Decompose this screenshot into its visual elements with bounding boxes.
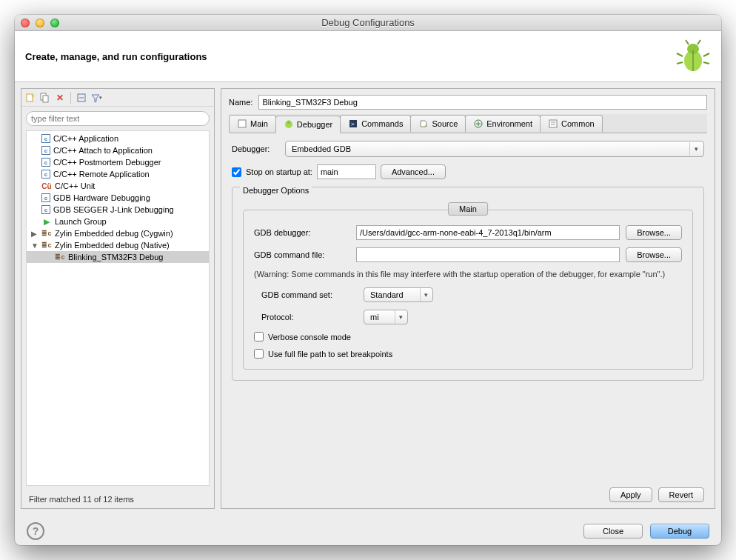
- stop-on-startup-label: Stop on startup at:: [246, 167, 312, 176]
- gdb-cmdfile-label: GDB command file:: [254, 250, 350, 259]
- gdb-cmdfile-browse-button[interactable]: Browse...: [626, 247, 682, 262]
- tab-common[interactable]: Common: [540, 115, 603, 132]
- debug-button[interactable]: Debug: [650, 524, 709, 539]
- tree-item-label: Launch Group: [55, 217, 107, 226]
- tree-item-label: C/C++ Remote Application: [53, 170, 150, 179]
- svg-line-8: [697, 40, 700, 44]
- tree-item-label: GDB SEGGER J-Link Debugging: [53, 205, 174, 214]
- fullpath-label: Use full file path to set breakpoints: [268, 350, 392, 359]
- name-label: Name:: [229, 98, 252, 107]
- dialog-header: Create, manage, and run configurations: [15, 31, 721, 82]
- svg-rect-21: [549, 120, 557, 127]
- tree-item-label: C/C++ Postmortem Debugger: [53, 158, 161, 167]
- help-icon[interactable]: ?: [27, 522, 44, 540]
- tree-item[interactable]: cC/C++ Remote Application: [27, 168, 209, 180]
- tab-debugger[interactable]: Debugger: [275, 116, 341, 133]
- gdb-debugger-input[interactable]: [356, 225, 620, 240]
- filter-input[interactable]: [26, 111, 210, 126]
- config-toolbar: + ✕ ▾: [21, 89, 214, 107]
- verbose-label: Verbose console mode: [268, 333, 351, 341]
- stop-on-startup-checkbox[interactable]: [232, 167, 241, 177]
- debugger-label: Debugger:: [232, 144, 279, 153]
- tree-item-label: Blinking_STM32F3 Debug: [68, 253, 163, 261]
- revert-button[interactable]: Revert: [658, 487, 704, 502]
- tab-label: Debugger: [297, 120, 332, 129]
- debugger-options-legend: Debugger Options: [240, 186, 312, 195]
- debugger-options-group: Debugger Options Main GDB debugger: Brow…: [232, 187, 704, 381]
- window-title: Debug Configurations: [15, 17, 721, 28]
- stop-on-startup-input[interactable]: [317, 164, 376, 179]
- tab-icon: [237, 119, 247, 129]
- fullpath-checkbox[interactable]: [254, 349, 264, 359]
- tree-item[interactable]: cGDB Hardware Debugging: [27, 192, 209, 204]
- bug-icon: [675, 39, 711, 74]
- gdb-debugger-browse-button[interactable]: Browse...: [626, 225, 682, 240]
- svg-line-3: [677, 53, 683, 56]
- tree-item[interactable]: cC/C++ Application: [27, 133, 209, 144]
- tree-item-label: C/C++ Attach to Application: [53, 146, 153, 155]
- tree-item[interactable]: cGDB SEGGER J-Link Debugging: [27, 204, 209, 216]
- protocol-select[interactable]: mi: [364, 310, 408, 324]
- titlebar: Debug Configurations: [15, 15, 721, 31]
- protocol-label: Protocol:: [261, 313, 358, 321]
- dialog-title: Create, manage, and run configurations: [25, 51, 207, 62]
- tree-item-label: GDB Hardware Debugging: [53, 193, 150, 202]
- apply-button[interactable]: Apply: [609, 487, 652, 502]
- tree-item[interactable]: ≣cBlinking_STM32F3 Debug: [27, 251, 209, 263]
- tab-icon: [418, 119, 429, 129]
- svg-point-17: [287, 120, 290, 124]
- tab-main[interactable]: Main: [229, 115, 276, 132]
- svg-line-4: [677, 62, 683, 64]
- name-input[interactable]: [258, 95, 707, 110]
- svg-rect-15: [238, 120, 246, 127]
- tree-item-label: C/C++ Application: [53, 134, 118, 143]
- gdb-cmdset-label: GDB command set:: [261, 290, 358, 299]
- tab-label: Environment: [486, 119, 532, 128]
- tree-item[interactable]: CüC/C++ Unit: [27, 180, 209, 192]
- configurations-panel: + ✕ ▾ cC/C++ ApplicationcC/C++ Attach to…: [21, 88, 215, 509]
- tab-label: Commands: [361, 119, 403, 128]
- tab-source[interactable]: Source: [410, 115, 466, 132]
- tab-icon: [284, 119, 294, 130]
- tree-item[interactable]: ▼≣cZylin Embedded debug (Native): [27, 239, 209, 251]
- gdb-warning-text: (Warning: Some commands in this file may…: [254, 270, 682, 279]
- verbose-checkbox[interactable]: [254, 332, 264, 341]
- svg-line-6: [703, 62, 709, 64]
- collapse-all-icon[interactable]: [76, 92, 87, 104]
- tree-item-label: C/C++ Unit: [55, 181, 95, 190]
- tree-item-label: Zylin Embedded debug (Native): [55, 241, 170, 250]
- tree-item-label: Zylin Embedded debug (Cygwin): [55, 229, 173, 238]
- dialog-footer: ? Close Debug: [15, 515, 721, 545]
- tree-item[interactable]: cC/C++ Attach to Application: [27, 144, 209, 156]
- filter-menu-icon[interactable]: ▾: [90, 92, 102, 104]
- gdb-cmdfile-input[interactable]: [356, 247, 620, 262]
- filter-status: Filter matched 11 of 12 items: [21, 490, 214, 508]
- svg-text:>: >: [351, 121, 355, 127]
- advanced-button[interactable]: Advanced...: [381, 164, 446, 179]
- editor-tabs: MainDebugger>CommandsSourceEnvironmentCo…: [229, 114, 707, 133]
- tab-icon: [473, 119, 484, 129]
- tab-commands[interactable]: >Commands: [340, 115, 411, 132]
- svg-line-7: [686, 40, 689, 44]
- tree-item[interactable]: cC/C++ Postmortem Debugger: [27, 156, 209, 168]
- new-config-icon[interactable]: +: [24, 92, 36, 104]
- tab-environment[interactable]: Environment: [465, 115, 541, 132]
- tab-label: Common: [561, 119, 595, 128]
- tree-item[interactable]: ▶Launch Group: [27, 216, 209, 227]
- tab-icon: [548, 119, 558, 129]
- svg-line-5: [703, 53, 709, 56]
- config-tree[interactable]: cC/C++ ApplicationcC/C++ Attach to Appli…: [26, 130, 210, 486]
- tree-item[interactable]: ▶≣cZylin Embedded debug (Cygwin): [27, 227, 209, 239]
- debugger-options-tab-main[interactable]: Main: [448, 202, 488, 216]
- tab-label: Source: [432, 119, 458, 128]
- tab-label: Main: [250, 119, 268, 128]
- close-button[interactable]: Close: [583, 524, 643, 539]
- duplicate-config-icon[interactable]: [39, 92, 51, 104]
- gdb-debugger-label: GDB debugger:: [254, 228, 350, 237]
- gdb-cmdset-select[interactable]: Standard: [364, 287, 433, 302]
- delete-config-icon[interactable]: ✕: [54, 92, 66, 104]
- debugger-select[interactable]: Embedded GDB: [285, 141, 704, 157]
- config-editor: Name: MainDebugger>CommandsSourceEnviron…: [221, 88, 715, 509]
- svg-text:+: +: [31, 93, 35, 100]
- svg-rect-12: [43, 96, 48, 102]
